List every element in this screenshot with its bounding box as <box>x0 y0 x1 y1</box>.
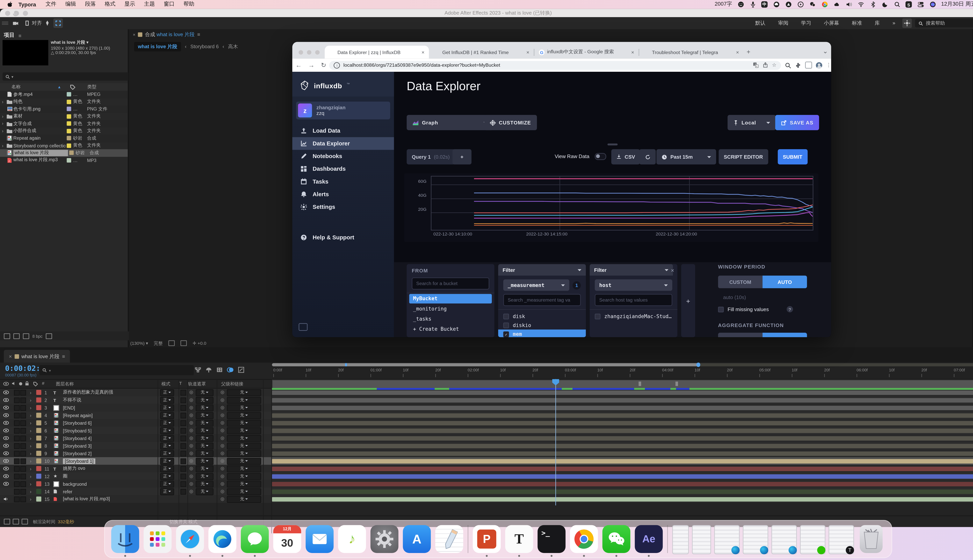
timeline-layer-row[interactable]: ›10[Storyboard 1]正◎无◎无 <box>0 457 973 465</box>
layer-name[interactable]: [Storyboard 1] <box>63 458 95 464</box>
dock-wechat-icon[interactable] <box>602 525 630 553</box>
filter-type-dropdown[interactable]: Filter <box>590 264 673 275</box>
mask-tool-icon[interactable] <box>43 18 52 28</box>
forward-icon[interactable]: → <box>308 62 315 68</box>
trkmat-dropdown[interactable]: 无 <box>196 419 214 427</box>
dock-powerpoint-icon[interactable]: P <box>473 525 501 553</box>
viz-type-dropdown[interactable]: Graph <box>407 115 493 130</box>
comp-quality[interactable]: 完整 <box>154 340 163 347</box>
menu-item[interactable]: 主题 <box>144 1 155 8</box>
blend-mode-dropdown[interactable]: 正 <box>160 465 174 472</box>
sidebar-item-notebooks[interactable]: Notebooks <box>292 150 394 163</box>
parent-link-dropdown[interactable]: 无 <box>227 412 261 419</box>
back-icon[interactable]: ← <box>296 62 302 68</box>
blend-mode-dropdown[interactable]: 正 <box>160 389 174 396</box>
dock-thumb-typora[interactable]: T <box>829 525 853 553</box>
dock-settings-icon[interactable] <box>371 525 398 553</box>
close-tab-icon[interactable]: × <box>525 49 529 55</box>
parent-link-dropdown[interactable]: 无 <box>227 427 261 434</box>
window-period-toggle[interactable]: CUSTOM AUTO <box>718 275 807 288</box>
workspace-more[interactable]: » <box>893 20 895 26</box>
trkmat-dropdown[interactable]: 无 <box>196 389 214 396</box>
project-row[interactable]: ›文字合成黄色文件夹 <box>0 120 128 127</box>
chrome-status-icon[interactable] <box>821 1 828 8</box>
timeline-layer-row[interactable]: ›6[Stroyboard 5]正◎无◎无 <box>0 427 973 434</box>
dock-aftereffects-icon[interactable]: Ae <box>635 525 663 553</box>
trkmat-column[interactable]: 轨道遮罩 <box>188 381 206 387</box>
blend-mode-dropdown[interactable]: 正 <box>160 450 174 457</box>
layer-duration-bar[interactable] <box>272 497 973 501</box>
checkbox[interactable] <box>503 322 509 328</box>
timeline-layer-row[interactable]: ›11T姚努力 ovo正◎无◎无 <box>0 465 973 472</box>
volume-icon[interactable] <box>845 1 852 8</box>
save-as-button[interactable]: SAVE AS <box>775 115 819 130</box>
project-table-header[interactable]: 名称 ▲ 类型 <box>0 83 128 92</box>
blend-mode-dropdown[interactable]: 正 <box>160 419 174 427</box>
trash-icon[interactable] <box>46 333 52 339</box>
url-text[interactable]: localhost:8086/orgs/721a509387e9e950/dat… <box>343 62 500 68</box>
mic-icon[interactable] <box>749 1 756 8</box>
layer-label-swatch[interactable] <box>36 481 41 486</box>
ae-titlebar[interactable]: Adobe After Effects 2023 - what is love … <box>0 9 973 17</box>
close-tab-icon[interactable]: × <box>735 49 739 55</box>
trkmat-dropdown[interactable]: 无 <box>196 473 214 480</box>
bucket-item[interactable]: MyBucket <box>409 294 492 303</box>
panel-close-icon[interactable]: × <box>133 32 135 37</box>
browser-tab[interactable]: Ginfluxdb中文设置 - Google 搜索× <box>534 46 639 58</box>
layer-name[interactable]: [Repeat again] <box>63 412 93 418</box>
customize-button[interactable]: CUSTOMIZE <box>484 115 537 130</box>
sidebar-item-load-data[interactable]: Load Data <box>292 125 394 137</box>
trkmat-dropdown[interactable]: 无 <box>196 442 214 449</box>
browser-tab[interactable]: Get InfluxDB | #1 Ranked Time× <box>430 46 534 58</box>
layer-duration-bar[interactable] <box>272 459 973 463</box>
host-item[interactable]: zhangziqiandeMac-Stud… <box>590 312 677 321</box>
layer-label-swatch[interactable] <box>36 413 41 418</box>
layer-name[interactable]: [what is love 片段.mp3] <box>63 496 110 502</box>
sidebar-item-help-support[interactable]: Help & Support <box>292 231 394 244</box>
panel-menu-icon[interactable]: ≡ <box>62 353 65 359</box>
layer-duration-bar[interactable] <box>272 413 973 417</box>
footer-icon-c[interactable] <box>22 519 28 524</box>
work-area-handle[interactable] <box>675 382 678 386</box>
bucket-item[interactable]: _monitoring <box>409 304 492 313</box>
menu-item[interactable]: 文件 <box>45 1 57 8</box>
visibility-eye-icon[interactable] <box>3 406 9 410</box>
layer-label-swatch[interactable] <box>36 420 41 425</box>
parent-link-dropdown[interactable]: 无 <box>227 397 261 403</box>
project-row[interactable]: 色卡引用.png…PNG 文件 <box>0 105 128 113</box>
comp-mask-icon[interactable] <box>181 340 187 346</box>
dock-notes-icon[interactable] <box>435 525 463 553</box>
parent-link-dropdown[interactable]: 无 <box>227 435 261 442</box>
camera-tool-icon[interactable] <box>11 18 20 28</box>
play-circle-icon[interactable] <box>797 1 804 8</box>
query-tab[interactable]: Query 1 (0.02s) <box>407 149 455 164</box>
layer-label-swatch[interactable] <box>36 489 41 494</box>
tag-key-dropdown[interactable]: host <box>595 279 672 291</box>
blend-mode-dropdown[interactable]: 正 <box>160 488 174 495</box>
blend-mode-dropdown[interactable]: 正 <box>160 473 174 480</box>
checkbox[interactable] <box>595 313 600 319</box>
comp-flowchart-icon[interactable] <box>194 366 202 374</box>
expand-arrow[interactable]: › <box>30 488 31 494</box>
work-area-bar[interactable] <box>272 380 973 389</box>
submit-button[interactable]: SUBMIT <box>778 149 807 164</box>
close-tab-icon[interactable]: × <box>420 49 425 55</box>
layer-duration-bar[interactable] <box>272 421 973 425</box>
trkmat-dropdown[interactable]: 无 <box>196 397 214 403</box>
csv-button[interactable]: CSV <box>611 149 640 164</box>
blend-mode-dropdown[interactable]: 正 <box>160 435 174 442</box>
menu-item[interactable]: 编辑 <box>65 1 76 8</box>
timeline-hscrollbar[interactable] <box>272 363 973 366</box>
menu-item[interactable]: 帮助 <box>184 1 194 8</box>
layer-name[interactable]: 不得不说 <box>63 397 81 403</box>
workspace-gear-icon[interactable] <box>902 18 912 28</box>
layer-label-swatch[interactable] <box>36 466 41 471</box>
menu-item[interactable]: 显示 <box>124 1 135 8</box>
measurement-item[interactable]: diskio <box>498 321 586 330</box>
layer-duration-bar[interactable] <box>272 489 973 494</box>
motion-blur-icon[interactable] <box>226 366 234 374</box>
user-card[interactable]: z zhangziqian zzq <box>296 102 390 119</box>
footer-icon-b[interactable] <box>13 519 19 524</box>
filter-type-dropdown[interactable]: Filter <box>498 264 586 275</box>
measurement-item[interactable]: disk <box>498 312 586 321</box>
